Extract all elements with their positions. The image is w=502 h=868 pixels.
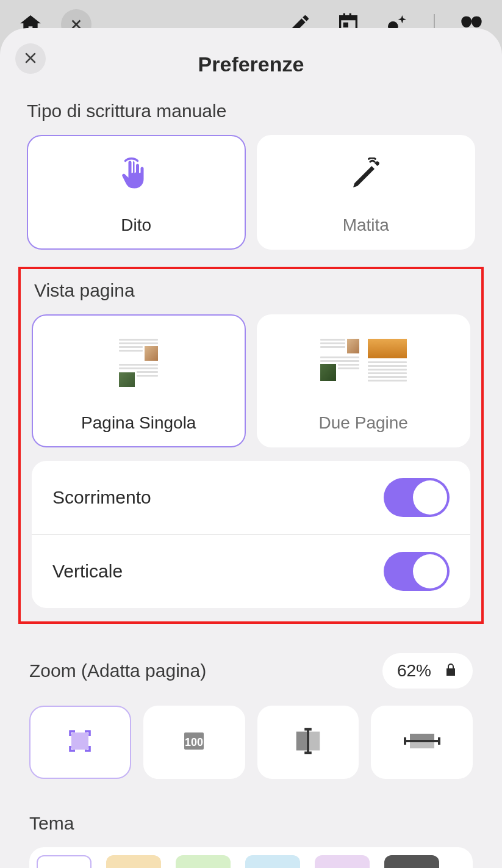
sheet-title: Preferenze [15, 52, 487, 76]
close-icon [23, 51, 38, 67]
vertical-toggle[interactable] [384, 552, 450, 591]
page-view-option-double[interactable]: Due Pagine [257, 314, 471, 447]
page-view-option-label: Pagina Singola [81, 413, 196, 433]
fit-width-icon [292, 726, 325, 758]
single-page-preview [117, 334, 160, 395]
zoom-mode-fit-height[interactable] [371, 706, 473, 779]
scroll-toggle[interactable] [384, 478, 450, 517]
page-view-label: Vista pagina [34, 280, 470, 301]
theme-color-option[interactable] [315, 855, 370, 868]
svg-rect-1 [71, 732, 88, 750]
double-page-preview [318, 334, 409, 395]
handwriting-option-finger[interactable]: Dito [27, 135, 246, 250]
page-view-highlight: Vista pagina Pagina Singola [18, 267, 484, 624]
toggle-label: Scorrimento [52, 487, 151, 508]
handwriting-section: Tipo di scrittura manuale Dito Matita [15, 101, 487, 250]
handwriting-label: Tipo di scrittura manuale [27, 101, 475, 121]
theme-label: Tema [29, 813, 473, 834]
zoom-value: 62% [397, 661, 431, 681]
preferences-sheet: Preferenze Tipo di scrittura manuale Dit… [0, 28, 502, 868]
zoom-mode-fit-page[interactable] [29, 706, 131, 779]
theme-color-option[interactable] [245, 855, 300, 868]
page-view-toggles: Scorrimento Verticale [32, 461, 470, 608]
pencil-icon [349, 157, 383, 194]
svg-text:100: 100 [185, 736, 203, 748]
svg-rect-5 [309, 732, 320, 751]
lock-icon [443, 661, 458, 681]
zoom-section: Zoom (Adatta pagina) 62% 100 [15, 653, 487, 779]
page-view-option-label: Due Pagine [319, 413, 408, 433]
theme-section: Tema [15, 813, 487, 868]
fit-height-icon [403, 729, 442, 756]
theme-color-row [29, 847, 473, 868]
toggle-row-vertical: Verticale [32, 534, 470, 608]
finger-icon [118, 156, 154, 195]
theme-color-option[interactable] [176, 855, 231, 868]
svg-rect-4 [296, 732, 307, 751]
page-view-option-single[interactable]: Pagina Singola [32, 314, 246, 447]
fit-page-icon [65, 726, 95, 758]
zoom-label: Zoom (Adatta pagina) [29, 660, 206, 681]
zoom-mode-fit-width[interactable] [257, 706, 359, 779]
handwriting-option-pencil[interactable]: Matita [257, 135, 476, 250]
actual-size-icon: 100 [179, 726, 209, 758]
toggle-row-scroll: Scorrimento [32, 461, 470, 534]
theme-color-option[interactable] [37, 855, 91, 868]
zoom-mode-actual-100[interactable]: 100 [143, 706, 245, 779]
handwriting-option-label: Dito [121, 215, 151, 235]
theme-color-option[interactable] [106, 855, 161, 868]
toggle-label: Verticale [52, 561, 123, 582]
handwriting-option-label: Matita [343, 215, 389, 235]
theme-color-option[interactable] [384, 855, 439, 868]
close-button[interactable] [15, 43, 46, 74]
zoom-value-pill[interactable]: 62% [382, 653, 473, 689]
